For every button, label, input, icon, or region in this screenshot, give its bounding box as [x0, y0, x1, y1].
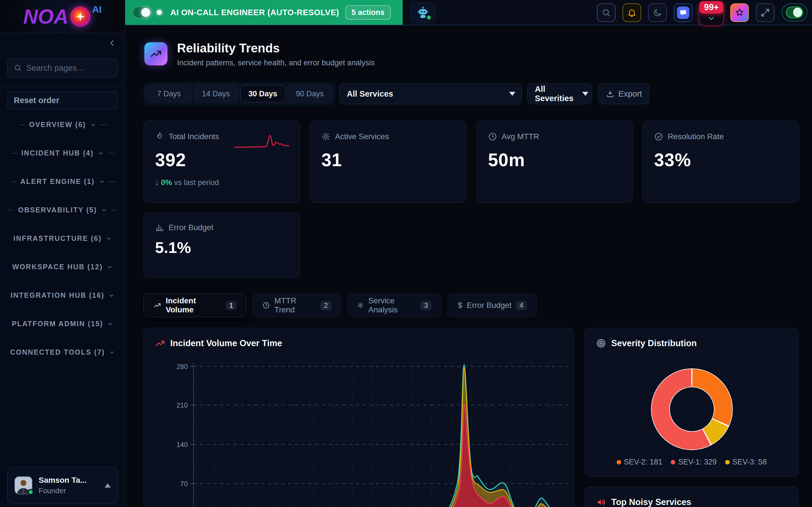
alerts-overflow-button[interactable]: 99+ — [700, 3, 723, 25]
range-90-days[interactable]: 90 Days — [287, 86, 333, 102]
online-status-dot — [28, 489, 34, 495]
stat-card-resolution-rate: Resolution Rate 33% — [643, 121, 799, 203]
dark-mode-button[interactable] — [648, 3, 667, 22]
actions-count-badge[interactable]: 5 actions — [345, 5, 391, 20]
tab-shortcut: 4 — [516, 301, 527, 310]
main-content: Reliability Trends Incident patterns, se… — [125, 25, 812, 507]
assistant-online-dot — [426, 14, 432, 20]
sidebar-search[interactable]: Search pages... — [7, 58, 118, 77]
flame-icon — [155, 132, 164, 141]
reset-order-button[interactable]: Reset order — [7, 91, 118, 109]
dash-decoration — [108, 153, 114, 154]
theme-toggle[interactable] — [781, 3, 808, 21]
panel-title: Severity Distribution — [611, 338, 697, 348]
dash-decoration — [11, 153, 17, 154]
severities-dropdown[interactable]: All Severities — [527, 83, 592, 104]
time-range-group: 7 Days 14 Days 30 Days 90 Days — [144, 83, 335, 104]
sidebar-section-observability[interactable]: OBSERVABILITY (5) — [0, 196, 125, 224]
status-dot — [157, 10, 162, 15]
sidebar-nav: OVERVIEW (6) INCIDENT HUB (4) ALERT ENGI… — [0, 110, 125, 367]
ai-oncall-toggle[interactable] — [133, 6, 152, 18]
section-label: INFRASTRUCTURE (6) — [13, 234, 101, 242]
chevron-down-icon — [107, 264, 113, 270]
incidents-sparkline — [234, 133, 290, 151]
topbar: AI ON-CALL ENGINEER (AUTO-RESOLVE) 5 act… — [125, 0, 812, 25]
user-name: Samson Ta... — [39, 476, 87, 485]
dash-decoration — [19, 124, 25, 125]
bell-icon — [627, 8, 637, 17]
stat-label: Error Budget — [168, 223, 213, 232]
tab-shortcut: 2 — [320, 301, 331, 310]
series-total-area — [193, 365, 567, 507]
range-14-days[interactable]: 14 Days — [193, 86, 239, 102]
section-label: CONNECTED TOOLS (7) — [10, 348, 105, 356]
stat-card-avg-mttr: Avg MTTR 50m — [476, 121, 633, 203]
expand-icon — [761, 8, 770, 17]
stat-card-active-services: Active Services 31 — [310, 121, 466, 203]
tab-mttr-trend[interactable]: MTTR Trend 2 — [253, 293, 341, 317]
search-button[interactable] — [597, 3, 615, 22]
fullscreen-button[interactable] — [756, 3, 774, 22]
favorites-button[interactable] — [730, 3, 749, 22]
section-label: INTEGRATION HUB (16) — [11, 291, 105, 299]
range-30-days[interactable]: 30 Days — [240, 86, 286, 102]
tab-label: Error Budget — [467, 301, 511, 310]
chevron-down-icon — [99, 179, 105, 185]
sidebar-section-workspace-hub[interactable]: WORKSPACE HUB (12) — [0, 252, 125, 281]
sidebar-section-infrastructure[interactable]: INFRASTRUCTURE (6) — [0, 224, 125, 252]
tab-incident-volume[interactable]: Incident Volume 1 — [144, 293, 246, 317]
page-subtitle: Incident patterns, service health, and e… — [177, 59, 375, 67]
page-icon — [144, 42, 167, 65]
sidebar-collapse-icon[interactable] — [108, 39, 116, 47]
user-card[interactable]: Samson Ta... Founder — [7, 467, 118, 504]
chevron-down-icon — [108, 292, 114, 298]
tab-error-budget[interactable]: $ Error Budget 4 — [448, 293, 537, 317]
gear-icon — [321, 132, 331, 141]
notifications-button[interactable] — [622, 3, 641, 22]
topbar-icons: 99+ — [597, 3, 808, 25]
stat-label: Total Incidents — [168, 132, 219, 141]
clock-icon — [262, 301, 270, 309]
search-input[interactable]: Search pages... — [26, 63, 84, 73]
app-logo[interactable]: NOA AI — [0, 0, 125, 33]
stat-card-total-incidents: Total Incidents 392 ↓ 0% vs last period — [144, 121, 300, 203]
banner-title: AI ON-CALL ENGINEER (AUTO-RESOLVE) — [170, 8, 339, 17]
services-dropdown[interactable]: All Services — [339, 83, 522, 104]
legend-dot-sev1 — [671, 460, 675, 464]
tab-service-analysis[interactable]: Service Analysis 3 — [347, 293, 441, 317]
export-button[interactable]: Export — [599, 83, 649, 104]
sidebar-section-alert-engine[interactable]: ALERT ENGINE (1) — [0, 167, 125, 196]
chat-button[interactable] — [674, 3, 693, 22]
legend-dot-sev2 — [617, 460, 621, 464]
series-total-line — [193, 365, 567, 507]
stat-delta: ↓ 0% vs last period — [155, 178, 289, 187]
clock-icon — [488, 132, 497, 141]
range-7-days[interactable]: 7 Days — [146, 86, 192, 102]
sidebar-section-connected-tools[interactable]: CONNECTED TOOLS (7) — [0, 338, 125, 367]
chevron-down-icon — [101, 207, 107, 213]
logo-starburst-icon — [70, 6, 91, 27]
series-sev2-line — [193, 368, 567, 507]
trend-up-icon — [153, 301, 161, 309]
stat-value: 31 — [321, 150, 455, 170]
chevron-down-icon — [107, 321, 113, 327]
user-menu-caret-icon[interactable] — [105, 483, 111, 488]
stat-card-error-budget: Error Budget 5.1% — [144, 213, 300, 278]
sidebar-section-integration-hub[interactable]: INTEGRATION HUB (16) — [0, 281, 125, 309]
delta-text: vs last period — [174, 178, 219, 187]
search-icon — [602, 8, 611, 17]
ai-assistant-button[interactable] — [410, 2, 436, 23]
severity-donut-chart — [651, 369, 733, 450]
panel-title: Top Noisy Services — [611, 497, 691, 507]
dash-decoration — [111, 210, 117, 210]
chevron-down-icon — [707, 14, 716, 22]
sidebar-divider — [0, 86, 125, 86]
logo-letter-n: NOA — [23, 5, 68, 28]
ai-oncall-banner: AI ON-CALL ENGINEER (AUTO-RESOLVE) 5 act… — [125, 0, 403, 25]
sidebar-section-platform-admin[interactable]: PLATFORM ADMIN (15) — [0, 309, 125, 338]
sidebar-section-overview[interactable]: OVERVIEW (6) — [0, 110, 125, 139]
chevron-down-icon — [106, 235, 112, 242]
sidebar-section-incident-hub[interactable]: INCIDENT HUB (4) — [0, 139, 125, 167]
services-value: All Services — [347, 89, 393, 99]
stat-label: Avg MTTR — [502, 132, 539, 141]
